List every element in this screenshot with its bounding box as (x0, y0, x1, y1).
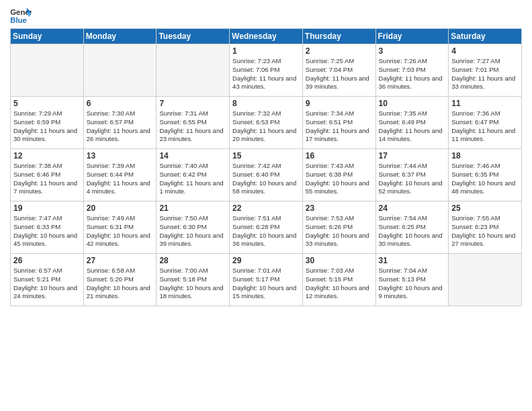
day-info: Sunrise: 7:54 AM Sunset: 6:25 PM Dayligh… (379, 214, 446, 248)
day-info: Sunrise: 7:50 AM Sunset: 6:30 PM Dayligh… (159, 214, 226, 248)
calendar-cell (157, 44, 230, 97)
svg-text:Blue: Blue (10, 16, 27, 24)
day-info: Sunrise: 7:51 AM Sunset: 6:28 PM Dayligh… (232, 214, 300, 248)
day-number: 12 (13, 151, 81, 161)
calendar-cell: 28Sunrise: 7:00 AM Sunset: 5:18 PM Dayli… (157, 254, 230, 306)
day-number: 9 (306, 99, 373, 108)
calendar-cell: 15Sunrise: 7:42 AM Sunset: 6:40 PM Dayli… (230, 149, 303, 201)
day-number: 19 (13, 203, 81, 213)
day-info: Sunrise: 7:42 AM Sunset: 6:40 PM Dayligh… (232, 162, 300, 196)
day-number: 13 (87, 151, 154, 161)
calendar-cell: 23Sunrise: 7:53 AM Sunset: 6:26 PM Dayli… (302, 201, 375, 254)
day-info: Sunrise: 7:38 AM Sunset: 6:46 PM Dayligh… (13, 162, 81, 196)
day-info: Sunrise: 7:31 AM Sunset: 6:55 PM Dayligh… (159, 109, 226, 144)
day-info: Sunrise: 7:34 AM Sunset: 6:51 PM Dayligh… (306, 109, 373, 144)
calendar-cell: 4Sunrise: 7:27 AM Sunset: 7:01 PM Daylig… (449, 44, 522, 97)
calendar-cell: 21Sunrise: 7:50 AM Sunset: 6:30 PM Dayli… (157, 201, 230, 254)
day-info: Sunrise: 7:25 AM Sunset: 7:04 PM Dayligh… (306, 57, 373, 91)
day-number: 5 (13, 99, 81, 108)
calendar-cell: 13Sunrise: 7:39 AM Sunset: 6:44 PM Dayli… (83, 149, 157, 201)
day-info: Sunrise: 7:46 AM Sunset: 6:35 PM Dayligh… (451, 162, 519, 196)
calendar-cell: 22Sunrise: 7:51 AM Sunset: 6:28 PM Dayli… (230, 201, 303, 254)
calendar-cell: 9Sunrise: 7:34 AM Sunset: 6:51 PM Daylig… (302, 97, 375, 149)
day-info: Sunrise: 7:01 AM Sunset: 5:17 PM Dayligh… (232, 267, 300, 301)
day-number: 28 (159, 256, 226, 265)
day-number: 16 (306, 151, 373, 161)
header: General Blue (10, 7, 522, 26)
day-info: Sunrise: 7:29 AM Sunset: 6:59 PM Dayligh… (13, 109, 81, 144)
weekday-header-thursday: Thursday (302, 29, 375, 44)
calendar-cell: 14Sunrise: 7:40 AM Sunset: 6:42 PM Dayli… (157, 149, 230, 201)
calendar-cell: 3Sunrise: 7:26 AM Sunset: 7:03 PM Daylig… (375, 44, 449, 97)
day-info: Sunrise: 7:23 AM Sunset: 7:06 PM Dayligh… (232, 57, 300, 91)
day-number: 25 (451, 203, 519, 213)
week-row-1: 5Sunrise: 7:29 AM Sunset: 6:59 PM Daylig… (11, 97, 522, 149)
weekday-header-saturday: Saturday (449, 29, 522, 44)
day-info: Sunrise: 7:27 AM Sunset: 7:01 PM Dayligh… (451, 57, 519, 91)
day-number: 15 (232, 151, 300, 161)
calendar-cell (11, 44, 84, 97)
page-container: General Blue SundayMondayTuesdayWednesda… (0, 0, 532, 313)
calendar-cell: 30Sunrise: 7:03 AM Sunset: 5:15 PM Dayli… (302, 254, 375, 306)
day-info: Sunrise: 7:32 AM Sunset: 6:53 PM Dayligh… (232, 109, 300, 144)
day-number: 27 (87, 256, 154, 265)
day-info: Sunrise: 7:03 AM Sunset: 5:15 PM Dayligh… (306, 267, 373, 301)
calendar-cell: 5Sunrise: 7:29 AM Sunset: 6:59 PM Daylig… (11, 97, 84, 149)
day-number: 30 (306, 256, 373, 265)
calendar-cell: 27Sunrise: 6:58 AM Sunset: 5:20 PM Dayli… (83, 254, 157, 306)
calendar-cell: 6Sunrise: 7:30 AM Sunset: 6:57 PM Daylig… (83, 97, 157, 149)
calendar-cell: 1Sunrise: 7:23 AM Sunset: 7:06 PM Daylig… (230, 44, 303, 97)
weekday-header-sunday: Sunday (11, 29, 84, 44)
week-row-3: 19Sunrise: 7:47 AM Sunset: 6:33 PM Dayli… (11, 201, 522, 254)
weekday-header-wednesday: Wednesday (230, 29, 303, 44)
day-info: Sunrise: 6:57 AM Sunset: 5:21 PM Dayligh… (13, 267, 81, 301)
day-number: 20 (87, 203, 154, 213)
day-number: 7 (159, 99, 226, 108)
week-row-0: 1Sunrise: 7:23 AM Sunset: 7:06 PM Daylig… (11, 44, 522, 97)
day-number: 2 (306, 46, 373, 56)
day-info: Sunrise: 6:58 AM Sunset: 5:20 PM Dayligh… (87, 267, 154, 301)
day-number: 6 (87, 99, 154, 108)
calendar-cell: 8Sunrise: 7:32 AM Sunset: 6:53 PM Daylig… (230, 97, 303, 149)
day-info: Sunrise: 7:39 AM Sunset: 6:44 PM Dayligh… (87, 162, 154, 196)
logo-icon: General Blue (10, 7, 32, 26)
day-info: Sunrise: 7:30 AM Sunset: 6:57 PM Dayligh… (87, 109, 154, 144)
week-row-4: 26Sunrise: 6:57 AM Sunset: 5:21 PM Dayli… (11, 254, 522, 306)
day-number: 14 (159, 151, 226, 161)
calendar-cell (449, 254, 522, 306)
day-number: 23 (306, 203, 373, 213)
calendar-cell: 26Sunrise: 6:57 AM Sunset: 5:21 PM Dayli… (11, 254, 84, 306)
calendar-cell (83, 44, 157, 97)
weekday-header-tuesday: Tuesday (157, 29, 230, 44)
day-info: Sunrise: 7:53 AM Sunset: 6:26 PM Dayligh… (306, 214, 373, 248)
day-number: 11 (451, 99, 519, 108)
day-info: Sunrise: 7:26 AM Sunset: 7:03 PM Dayligh… (379, 57, 446, 91)
calendar-cell: 16Sunrise: 7:43 AM Sunset: 6:38 PM Dayli… (302, 149, 375, 201)
calendar-cell: 29Sunrise: 7:01 AM Sunset: 5:17 PM Dayli… (230, 254, 303, 306)
weekday-header-monday: Monday (83, 29, 157, 44)
day-number: 1 (232, 46, 300, 56)
day-number: 21 (159, 203, 226, 213)
day-number: 18 (451, 151, 519, 161)
calendar-cell: 10Sunrise: 7:35 AM Sunset: 6:49 PM Dayli… (375, 97, 449, 149)
weekday-header-row: SundayMondayTuesdayWednesdayThursdayFrid… (11, 29, 522, 44)
weekday-header-friday: Friday (375, 29, 449, 44)
day-info: Sunrise: 7:40 AM Sunset: 6:42 PM Dayligh… (159, 162, 226, 196)
calendar-cell: 25Sunrise: 7:55 AM Sunset: 6:23 PM Dayli… (449, 201, 522, 254)
calendar-cell: 20Sunrise: 7:49 AM Sunset: 6:31 PM Dayli… (83, 201, 157, 254)
week-row-2: 12Sunrise: 7:38 AM Sunset: 6:46 PM Dayli… (11, 149, 522, 201)
calendar-cell: 17Sunrise: 7:44 AM Sunset: 6:37 PM Dayli… (375, 149, 449, 201)
calendar-cell: 12Sunrise: 7:38 AM Sunset: 6:46 PM Dayli… (11, 149, 84, 201)
day-number: 22 (232, 203, 300, 213)
calendar-cell: 24Sunrise: 7:54 AM Sunset: 6:25 PM Dayli… (375, 201, 449, 254)
day-info: Sunrise: 7:43 AM Sunset: 6:38 PM Dayligh… (306, 162, 373, 196)
calendar-cell: 2Sunrise: 7:25 AM Sunset: 7:04 PM Daylig… (302, 44, 375, 97)
calendar-table: SundayMondayTuesdayWednesdayThursdayFrid… (10, 28, 522, 306)
day-number: 10 (379, 99, 446, 108)
day-number: 8 (232, 99, 300, 108)
day-info: Sunrise: 7:35 AM Sunset: 6:49 PM Dayligh… (379, 109, 446, 144)
calendar-cell: 19Sunrise: 7:47 AM Sunset: 6:33 PM Dayli… (11, 201, 84, 254)
day-number: 31 (379, 256, 446, 265)
day-number: 3 (379, 46, 446, 56)
calendar-cell: 7Sunrise: 7:31 AM Sunset: 6:55 PM Daylig… (157, 97, 230, 149)
